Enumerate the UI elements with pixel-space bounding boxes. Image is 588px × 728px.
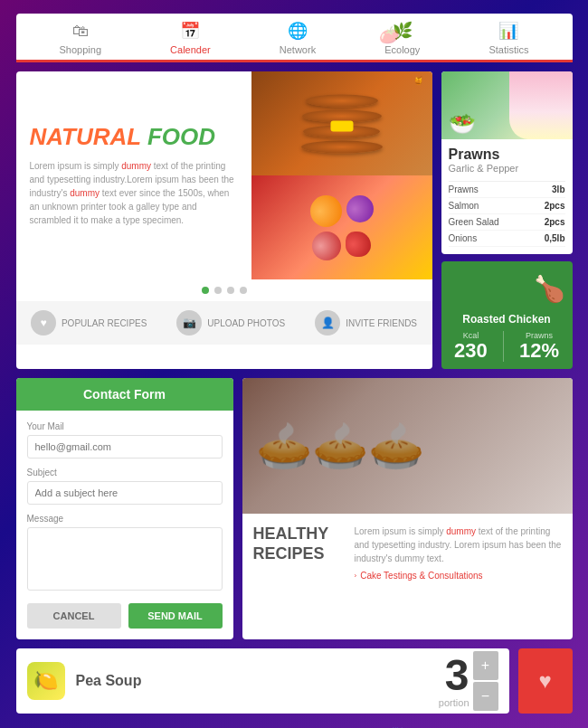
ingredient-prawns-amount: 3lb	[552, 184, 564, 194]
top-nav: 🛍 Shopping 📅 Calender 🌐 Network 🌿 Ecolog…	[16, 14, 573, 62]
message-label: Message	[27, 514, 223, 524]
favorite-button[interactable]: ♥	[518, 648, 573, 714]
prawns-card: 🥗 Prawns Garlic & Pepper Prawns 3lb Salm…	[441, 71, 573, 254]
chicken-icon: 🍗	[534, 274, 565, 304]
shopping-icon: 🛍	[72, 22, 89, 41]
hero-section: NATURAL FOOD 🍅 Lorem ipsum is simply dum…	[16, 71, 432, 369]
hero-bottom-bar: ♥ POPULAR RECIPES 📷 UPLOAD PHOTOS 👤 INVI…	[16, 301, 432, 345]
contact-form: Contact Form Your Mail Subject Message C…	[16, 378, 233, 639]
dot-2[interactable]	[227, 287, 234, 294]
dot-3[interactable]	[240, 287, 247, 294]
form-body: Your Mail Subject Message CANCEL SEND MA…	[16, 411, 233, 639]
right-panel: 🥗 Prawns Garlic & Pepper Prawns 3lb Salm…	[441, 71, 573, 369]
chevron-right-icon: ›	[355, 572, 357, 580]
network-icon: 🌐	[288, 21, 308, 41]
pea-soup-name: Pea Soup	[76, 673, 142, 689]
hero-text: NATURAL FOOD 🍅 Lorem ipsum is simply dum…	[16, 71, 251, 279]
ingredient-salad: Green Salad 2pcs	[449, 214, 565, 231]
roasted-chicken-card: 🍗 Roasted Chicken Kcal 230 Prawns 12%	[441, 261, 573, 369]
nav-network[interactable]: 🌐 Network	[280, 21, 316, 55]
ingredient-onions-amount: 0,5lb	[545, 233, 565, 243]
prawns-subtitle: Garlic & Pepper	[449, 163, 565, 174]
invite-friends-label: INVITE FRIENDS	[346, 318, 417, 328]
decrement-button[interactable]: −	[473, 682, 498, 711]
person-silhouette	[509, 71, 573, 139]
pea-soup-row: 🍋 Pea Soup 3 portion + − ♥	[16, 648, 573, 714]
hero-image-pancakes: 🍯	[251, 71, 432, 175]
portion-controls: 3 portion + −	[439, 651, 498, 711]
hero-image-fruits	[251, 175, 432, 279]
nav-shopping-label: Shopping	[60, 44, 102, 55]
nav-ecology-label: Ecology	[384, 44, 420, 55]
link-text: Cake Testings & Consultations	[360, 571, 482, 581]
subject-label: Subject	[27, 468, 223, 477]
prawns-info: Prawns Garlic & Pepper Prawns 3lb Salmon…	[441, 139, 573, 254]
recipe-title-area: HEALTHY RECIPES	[253, 525, 344, 581]
message-group: Message	[27, 514, 223, 594]
nav-active-underline	[116, 60, 188, 62]
form-buttons: CANCEL SEND MAIL	[27, 603, 223, 629]
healthy-recipes-title: HEALTHY RECIPES	[253, 525, 344, 563]
hero-dots	[16, 279, 432, 301]
nav-calender-label: Calender	[170, 44, 211, 55]
nav-calender[interactable]: 📅 Calender	[170, 21, 211, 55]
subject-input[interactable]	[27, 481, 223, 505]
ingredient-prawns: Prawns 3lb	[449, 182, 565, 198]
recipe-description-text: Lorem ipsum is simply dummy text of the …	[355, 525, 562, 565]
heart-icon: ♥	[31, 310, 56, 336]
increment-button[interactable]: +	[473, 651, 498, 680]
upload-photos-action[interactable]: 📷 UPLOAD PHOTOS	[176, 310, 285, 336]
pea-soup-card: 🍋 Pea Soup 3 portion + −	[16, 648, 509, 714]
email-input[interactable]	[27, 435, 223, 459]
prawns-stat-value: 12%	[519, 340, 559, 362]
tarts-food-image: 🥧🥧🥧	[256, 420, 424, 472]
kcal-value: 230	[454, 340, 488, 362]
email-group: Your Mail	[27, 421, 223, 459]
statistics-icon: 📊	[498, 21, 518, 41]
popular-recipes-label: POPULAR RECIPES	[62, 318, 147, 328]
portion-group: 3 portion	[439, 654, 469, 708]
email-label: Your Mail	[27, 421, 223, 431]
prawns-ingredients-table: Prawns 3lb Salmon 2pcs Green Salad 2pcs	[449, 181, 565, 247]
chicken-stats: Kcal 230 Prawns 12%	[449, 331, 565, 362]
chicken-title: Roasted Chicken	[449, 313, 565, 326]
recipe-info-area: HEALTHY RECIPES Lorem ipsum is simply du…	[242, 514, 573, 591]
ingredient-salmon-amount: 2pcs	[545, 201, 565, 211]
person-icon: 👤	[315, 310, 340, 336]
popular-recipes-action[interactable]: ♥ POPULAR RECIPES	[31, 310, 147, 336]
hero-images: 🍯	[251, 71, 432, 279]
hero-title: NATURAL FOOD 🍅	[30, 124, 238, 150]
ingredient-salmon-name: Salmon	[449, 201, 479, 211]
send-button[interactable]: SEND MAIL	[128, 603, 223, 629]
hero-description: Lorem ipsum is simply dummy text of the …	[30, 159, 238, 227]
recipe-description-area: Lorem ipsum is simply dummy text of the …	[355, 525, 562, 581]
cancel-button[interactable]: CANCEL	[27, 603, 121, 629]
main-container: 🛍 Shopping 📅 Calender 🌐 Network 🌿 Ecolog…	[16, 14, 573, 728]
camera-icon: 📷	[176, 310, 202, 336]
nav-statistics-label: Statistics	[488, 44, 528, 55]
dot-0[interactable]	[202, 287, 209, 294]
ingredient-salad-name: Green Salad	[449, 217, 499, 227]
nav-network-label: Network	[280, 44, 316, 55]
prawns-image: 🥗	[441, 71, 573, 139]
ingredient-onions-name: Onions	[449, 233, 478, 243]
healthy-recipes-card: 🥧🥧🥧 HEALTHY RECIPES Lorem ipsum is simpl…	[242, 378, 573, 639]
dot-1[interactable]	[214, 287, 222, 294]
message-textarea[interactable]	[27, 527, 223, 591]
prawns-title: Prawns	[449, 147, 565, 163]
nav-statistics[interactable]: 📊 Statistics	[488, 21, 528, 55]
cake-testing-link[interactable]: › Cake Testings & Consultations	[355, 571, 562, 581]
food-background: 🥧🥧🥧	[242, 378, 573, 514]
middle-row: NATURAL FOOD 🍅 Lorem ipsum is simply dum…	[16, 71, 573, 369]
pea-soup-icon: 🍋	[27, 662, 65, 700]
invite-friends-action[interactable]: 👤 INVITE FRIENDS	[315, 310, 417, 336]
ingredient-onions: Onions 0,5lb	[449, 231, 565, 247]
bottom-row: Contact Form Your Mail Subject Message C…	[16, 378, 573, 639]
subject-group: Subject	[27, 468, 223, 505]
portion-unit: portion	[439, 697, 469, 708]
chicken-image-area: 🍗	[449, 269, 565, 309]
nav-shopping[interactable]: 🛍 Shopping	[60, 22, 102, 55]
stat-divider	[503, 331, 504, 362]
calender-icon: 📅	[180, 21, 200, 41]
kcal-stat: Kcal 230	[454, 331, 488, 362]
